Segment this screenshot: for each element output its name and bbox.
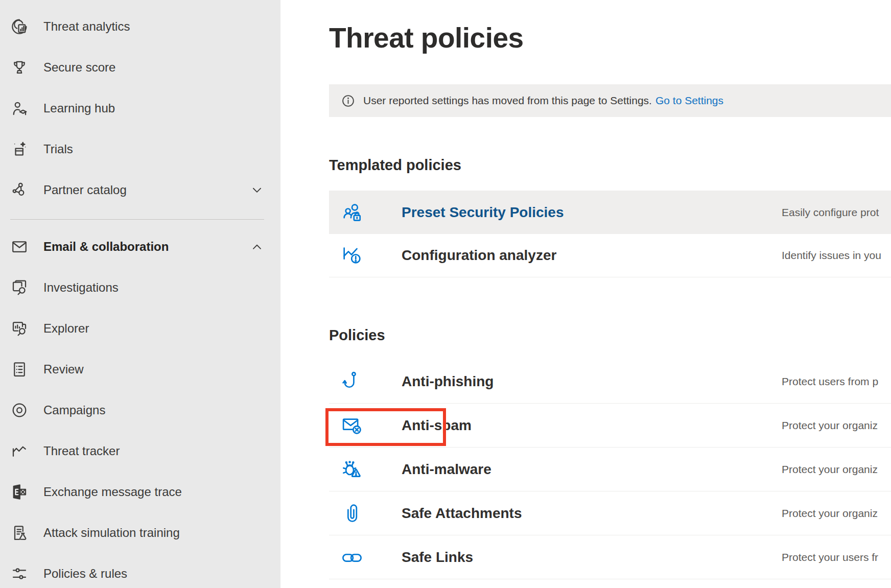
partner-catalog-icon [10, 181, 29, 199]
sidebar-item-attack-simulation-training[interactable]: Attack simulation training [0, 512, 280, 553]
explorer-icon [10, 319, 29, 338]
sidebar-item-label: Threat analytics [43, 19, 130, 34]
sidebar-item-threat-analytics[interactable]: Threat analytics [0, 6, 280, 47]
row-anti-malware[interactable]: Anti-malware Protect your organiz [329, 448, 891, 491]
sidebar-item-secure-score[interactable]: Secure score [0, 47, 280, 88]
investigations-icon [10, 278, 29, 297]
sidebar-item-label: Campaigns [43, 403, 105, 417]
sidebar-item-label: Exchange message trace [43, 485, 182, 499]
anti-malware-bug-icon [340, 458, 364, 481]
sidebar-item-investigations[interactable]: Investigations [0, 267, 280, 308]
policies-heading: Policies [329, 327, 385, 344]
sidebar-item-review[interactable]: Review [0, 349, 280, 390]
preset-security-policies-icon [340, 201, 364, 224]
sidebar-item-trials[interactable]: Trials [0, 129, 280, 170]
safe-attachments-paperclip-icon [340, 502, 364, 525]
exchange-logo-icon [10, 483, 29, 501]
left-navigation-sidebar: Threat analytics Secure score Learning h… [0, 0, 280, 588]
sidebar-item-label: Threat tracker [43, 444, 120, 458]
go-to-settings-link[interactable]: Go to Settings [655, 95, 723, 107]
sidebar-item-exchange-message-trace[interactable]: Exchange message trace [0, 472, 280, 512]
page-title: Threat policies [329, 24, 524, 52]
sidebar-item-threat-tracker[interactable]: Threat tracker [0, 431, 280, 472]
main-content: Threat policies User reported settings h… [280, 0, 891, 588]
row-label-safe-links[interactable]: Safe Links [402, 549, 473, 566]
row-safe-attachments[interactable]: Safe Attachments Protect your organiz [329, 491, 891, 535]
safe-links-chain-icon [340, 546, 364, 569]
sidebar-item-label: Review [43, 362, 84, 377]
sidebar-item-explorer[interactable]: Explorer [0, 308, 280, 349]
row-anti-phishing[interactable]: Anti-phishing Protect users from p [329, 360, 891, 404]
info-banner: User reported settings has moved from th… [329, 84, 891, 117]
row-preset-security-policies[interactable]: Preset Security Policies Easily configur… [329, 191, 891, 234]
row-label-safe-attachments[interactable]: Safe Attachments [402, 505, 522, 522]
secure-score-trophy-icon [10, 58, 29, 77]
row-description: Protect users from p [782, 375, 891, 388]
chevron-up-icon[interactable] [250, 240, 264, 253]
row-label-preset-security-policies[interactable]: Preset Security Policies [402, 204, 564, 221]
row-description: Identify issues in you [782, 249, 891, 262]
sidebar-item-label: Policies & rules [43, 567, 127, 581]
sidebar-item-email-collaboration[interactable]: Email & collaboration [0, 226, 280, 267]
sidebar-item-partner-catalog[interactable]: Partner catalog [0, 170, 280, 210]
row-label-anti-spam[interactable]: Anti-spam [402, 417, 472, 434]
sidebar-item-label: Trials [43, 142, 73, 156]
sidebar-item-campaigns[interactable]: Campaigns [0, 390, 280, 431]
row-description: Easily configure prot [782, 206, 891, 219]
sidebar-item-policies-rules[interactable]: Policies & rules [0, 553, 280, 588]
row-description: Protect your organiz [782, 507, 891, 520]
row-safe-links[interactable]: Safe Links Protect your users fr [329, 535, 891, 579]
learning-hub-icon [10, 99, 29, 117]
chevron-down-icon[interactable] [250, 183, 264, 197]
configuration-analyzer-icon [340, 244, 364, 267]
row-description: Protect your organiz [782, 463, 891, 476]
sidebar-item-label: Explorer [43, 321, 89, 336]
row-description: Protect your organiz [782, 419, 891, 432]
row-anti-spam[interactable]: Anti-spam Protect your organiz [329, 404, 891, 448]
campaigns-bullseye-icon [10, 401, 29, 419]
review-icon [10, 360, 29, 379]
email-icon [10, 238, 29, 256]
sidebar-item-label: Attack simulation training [43, 526, 180, 540]
row-configuration-analyzer[interactable]: Configuration analyzer Identify issues i… [329, 234, 891, 277]
templated-policies-heading: Templated policies [329, 157, 461, 174]
sidebar-item-label: Email & collaboration [43, 240, 169, 254]
anti-spam-envelope-icon [340, 414, 364, 437]
templated-policies-list: Preset Security Policies Easily configur… [329, 191, 891, 277]
row-label-anti-malware[interactable]: Anti-malware [402, 461, 491, 478]
sidebar-item-label: Partner catalog [43, 183, 127, 197]
anti-phishing-hook-icon [340, 370, 364, 393]
trials-icon [10, 140, 29, 158]
threat-tracker-chart-icon [10, 442, 29, 460]
threat-analytics-icon [10, 17, 29, 36]
attack-simulation-icon [10, 524, 29, 542]
sidebar-divider [10, 219, 264, 220]
policies-rules-sliders-icon [10, 565, 29, 583]
sidebar-item-label: Secure score [43, 60, 115, 75]
row-label-anti-phishing[interactable]: Anti-phishing [402, 373, 494, 390]
info-banner-message: User reported settings has moved from th… [363, 95, 652, 107]
policies-list: Anti-phishing Protect users from p Anti-… [329, 360, 891, 579]
row-description: Protect your users fr [782, 551, 891, 563]
sidebar-item-learning-hub[interactable]: Learning hub [0, 88, 280, 129]
info-circle-icon [341, 93, 356, 108]
sidebar-item-label: Investigations [43, 280, 119, 295]
sidebar-item-label: Learning hub [43, 101, 115, 115]
row-label-configuration-analyzer[interactable]: Configuration analyzer [402, 247, 556, 264]
